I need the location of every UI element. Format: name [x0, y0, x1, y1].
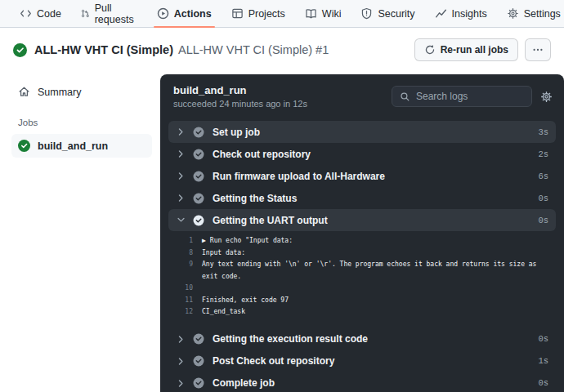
job-log-panel: build_and_run succeeded 24 minutes ago i… [160, 74, 564, 392]
chevron-right-icon [176, 356, 186, 367]
run-header: ALL-HW VHT CI (Simple) ALL-HW VHT CI (Si… [0, 28, 564, 71]
step-row-getting-the-execution-result-code[interactable]: Getting the execution result code0s [168, 328, 556, 350]
step-duration: 0s [538, 216, 548, 225]
jobs-section-label: Jobs [11, 103, 152, 134]
nav-tab-label: Pull requests [95, 2, 137, 25]
search-logs-input[interactable] [416, 91, 524, 102]
step-success-check-icon [193, 333, 204, 345]
nav-tab-code[interactable]: Code [13, 0, 68, 27]
step-row-set-up-job[interactable]: Set up job3s [168, 121, 556, 143]
search-logs-box [392, 86, 532, 107]
sidebar-item-summary[interactable]: Summary [11, 81, 152, 103]
table-icon [231, 7, 244, 20]
chevron-right-icon [176, 171, 186, 181]
step-log-output: 1▶Run echo "Input data:8Input data:9Any … [168, 231, 556, 328]
step-row-post-check-out-repository[interactable]: Post Check out repository1s [168, 350, 556, 372]
nav-tab-label: Insights [452, 8, 487, 20]
log-line: 1▶Run echo "Input data: [172, 235, 549, 247]
workflow-name: ALL-HW VHT CI (Simple) [34, 43, 173, 56]
steps-list: Set up job3sCheck out repository2sRun fi… [160, 117, 564, 392]
log-line: 12CI_end_task [172, 306, 549, 318]
step-name: Getting the execution result code [213, 333, 368, 345]
log-line-number[interactable]: 1 [172, 235, 193, 247]
job-status-text: succeeded 24 minutes ago in 12s [173, 99, 307, 109]
step-row-run-firmware-upload-to-all-hardware[interactable]: Run firmware upload to All-Hardware6s [168, 165, 556, 187]
step-name: Complete job [213, 377, 275, 389]
log-line-text: Any text ending with '\n' or '\r'. The p… [202, 259, 549, 283]
rerun-label: Re-run all jobs [441, 44, 508, 56]
gear-icon [540, 91, 553, 103]
code-icon [20, 7, 32, 20]
log-line-text: Finished, exit code 97 [202, 295, 549, 307]
run-name: ALL-HW VHT CI (Simple) #1 [178, 43, 329, 56]
more-options-button[interactable] [525, 38, 551, 61]
chevron-right-icon [176, 149, 186, 159]
nav-tab-security[interactable]: Security [354, 0, 421, 27]
job-panel-titles: build_and_run succeeded 24 minutes ago i… [173, 84, 307, 109]
step-name: Check out repository [213, 149, 311, 160]
log-settings-button[interactable] [540, 91, 553, 103]
sidebar-item-job-build-and-run[interactable]: build_and_run [11, 134, 152, 158]
success-check-icon [18, 140, 30, 152]
log-line-text [202, 283, 549, 295]
job-panel-header: build_and_run succeeded 24 minutes ago i… [160, 74, 564, 117]
step-duration: 2s [538, 149, 548, 159]
step-name: Set up job [213, 127, 260, 138]
pull-request-icon [81, 7, 90, 20]
step-duration: 3s [538, 127, 548, 137]
log-line: 9Any text ending with '\n' or '\r'. The … [172, 259, 549, 283]
step-duration: 1s [538, 356, 548, 366]
nav-tab-settings[interactable]: Settings [500, 0, 564, 27]
step-name: Post Check out repository [213, 355, 334, 367]
step-success-check-icon [193, 149, 204, 160]
log-line-number[interactable]: 12 [172, 306, 193, 318]
log-line-text: CI_end_task [202, 306, 549, 318]
chevron-right-icon [176, 334, 186, 345]
step-success-check-icon [193, 127, 204, 138]
step-name: Run firmware upload to All-Hardware [213, 171, 385, 182]
kebab-horizontal-icon [532, 44, 544, 56]
log-line-number[interactable]: 9 [172, 259, 193, 283]
rerun-all-jobs-button[interactable]: Re-run all jobs [414, 38, 518, 61]
log-line: 11Finished, exit code 97 [172, 295, 549, 307]
nav-tab-pull-requests[interactable]: Pull requests [74, 0, 144, 27]
log-line-text: Input data: [202, 247, 549, 260]
step-row-getting-the-status[interactable]: Getting the Status0s [168, 187, 556, 209]
log-line: 10 [172, 283, 549, 295]
step-name: Getting the UART output [213, 215, 328, 226]
step-duration: 6s [538, 172, 548, 181]
step-name: Getting the Status [213, 193, 297, 204]
nav-tab-label: Settings [524, 8, 561, 20]
chevron-right-icon [176, 127, 186, 137]
step-success-check-icon [193, 355, 204, 367]
nav-tab-wiki[interactable]: Wiki [298, 0, 348, 27]
nav-tab-label: Projects [248, 8, 285, 20]
log-line: 8Input data: [172, 247, 549, 260]
log-line-number[interactable]: 10 [172, 283, 193, 295]
log-line-number[interactable]: 11 [172, 295, 193, 307]
step-duration: 0s [538, 334, 548, 344]
job-name: build_and_run [38, 140, 108, 152]
step-success-check-icon [193, 215, 204, 226]
step-success-check-icon [193, 171, 204, 182]
nav-tab-projects[interactable]: Projects [225, 0, 292, 27]
log-line-text: ▶Run echo "Input data: [202, 235, 549, 247]
step-duration: 0s [538, 194, 548, 203]
summary-label: Summary [38, 87, 81, 98]
search-icon [400, 91, 410, 102]
step-row-getting-the-uart-output[interactable]: Getting the UART output0s [168, 209, 556, 231]
job-title: build_and_run [173, 84, 307, 96]
chevron-right-icon [176, 378, 186, 389]
step-row-check-out-repository[interactable]: Check out repository2s [168, 143, 556, 165]
sync-icon [424, 44, 436, 56]
gear-icon [507, 7, 519, 20]
nav-tab-actions[interactable]: Actions [150, 0, 218, 27]
log-group-toggle-icon[interactable]: ▶ [202, 237, 206, 244]
play-circle-icon [157, 7, 169, 20]
step-success-check-icon [193, 377, 204, 389]
step-row-complete-job[interactable]: Complete job0s [168, 372, 556, 392]
log-line-number[interactable]: 8 [172, 247, 193, 260]
success-check-icon [13, 43, 27, 57]
step-duration: 0s [538, 378, 548, 388]
nav-tab-insights[interactable]: Insights [428, 0, 494, 27]
